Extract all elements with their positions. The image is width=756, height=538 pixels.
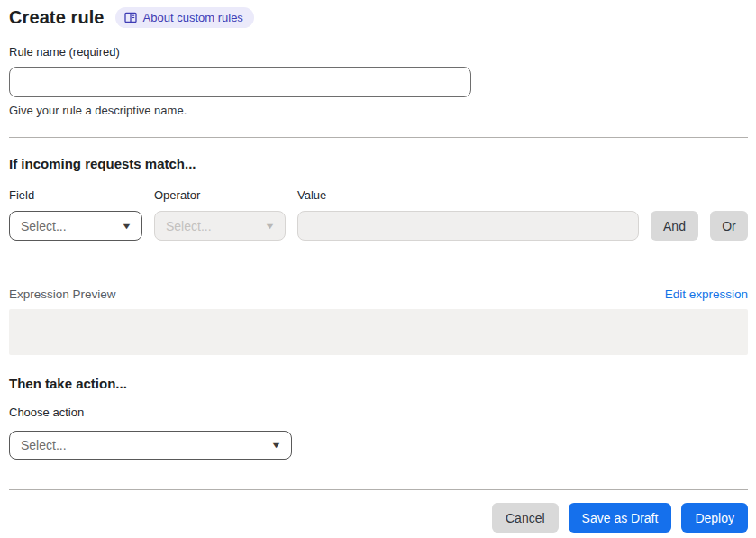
book-icon [124,12,137,23]
rule-name-label: Rule name (required) [9,45,748,59]
match-controls: Field Operator Value Select... ▼ Select.… [9,188,748,241]
match-section: If incoming requests match... Field Oper… [9,156,748,241]
chevron-down-icon: ▼ [264,222,275,231]
field-select-placeholder: Select... [21,219,67,233]
action-select-placeholder: Select... [21,438,67,452]
action-section-title: Then take action... [9,376,748,391]
chevron-down-icon: ▼ [121,222,132,231]
field-label: Field [9,188,142,202]
edit-expression-link[interactable]: Edit expression [665,287,748,301]
choose-action-label: Choose action [9,406,748,419]
page-header: Create rule About custom rules [9,7,748,28]
value-input [297,211,639,241]
action-select[interactable]: Select... ▼ [9,431,292,460]
operator-select-placeholder: Select... [166,219,212,233]
deploy-button[interactable]: Deploy [681,503,748,533]
field-select[interactable]: Select... ▼ [9,211,142,241]
save-as-draft-button[interactable]: Save as Draft [569,503,672,533]
section-divider-bottom [9,489,748,490]
or-button[interactable]: Or [710,211,748,241]
cancel-button[interactable]: Cancel [492,503,559,533]
section-divider-top [9,137,748,138]
page-title: Create rule [9,7,105,28]
footer-actions: Cancel Save as Draft Deploy [9,503,748,533]
operator-select: Select... ▼ [154,211,286,241]
expression-preview-box [9,309,748,355]
rule-name-input[interactable] [9,67,471,97]
match-section-title: If incoming requests match... [9,156,748,171]
about-custom-rules-link[interactable]: About custom rules [115,7,254,28]
action-section: Then take action... Choose action Select… [9,376,748,460]
rule-name-helper: Give your rule a descriptive name. [9,104,748,117]
expression-section: Expression Preview Edit expression [9,287,748,355]
operator-label: Operator [154,188,286,202]
expression-header: Expression Preview Edit expression [9,287,748,301]
about-custom-rules-label: About custom rules [143,11,243,24]
chevron-down-icon: ▼ [270,441,281,450]
rule-name-section: Rule name (required) Give your rule a de… [9,45,748,117]
and-button[interactable]: And [651,211,698,241]
expression-preview-label: Expression Preview [9,287,116,301]
value-label: Value [297,188,639,202]
